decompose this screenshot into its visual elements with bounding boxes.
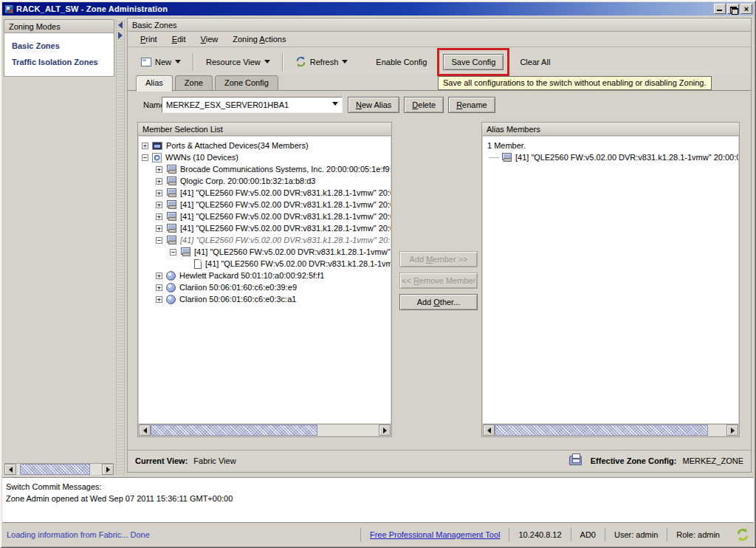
tab-alias[interactable]: Alias xyxy=(136,75,173,92)
toolbar: New Resource View Refresh xyxy=(128,48,751,75)
app-window: RACK_ALT_SW - Zone Administration × Zoni… xyxy=(0,0,756,548)
tree-item-label: [41] "QLE2560 FW:v5.02.00 DVR:v831.k1.28… xyxy=(194,247,391,256)
alias-members-panel: Alias Members 1 Member.[41] "QLE2560 FW:… xyxy=(481,122,740,437)
scroll-left-icon[interactable] xyxy=(483,425,495,436)
tree-item[interactable]: +[41] "QLE2560 FW:v5.02.00 DVR:v831.k1.2… xyxy=(139,187,391,199)
scrollbar-thumb[interactable] xyxy=(495,425,708,436)
menu-zoning-actions[interactable]: Zoning Actions xyxy=(226,32,292,46)
tree-item-label: WWNs (10 Devices) xyxy=(165,153,238,162)
expand-icon[interactable]: + xyxy=(156,166,162,173)
tree-item-label: Clariion 50:06:01:60:c6:e0:39:e9 xyxy=(179,283,297,292)
scroll-right-icon[interactable] xyxy=(102,464,114,475)
current-view-label: Current View: xyxy=(135,456,188,465)
new-button[interactable]: New xyxy=(135,53,187,70)
expand-icon[interactable]: + xyxy=(156,213,162,220)
tree-item[interactable]: +Hewlett Packard 50:01:10:a0:00:92:5f:f1 xyxy=(139,270,391,281)
expand-icon[interactable]: + xyxy=(156,225,162,232)
tree-item-label: Brocade Communications Systems, Inc. 20:… xyxy=(180,165,391,174)
tree-item[interactable]: +[41] "QLE2560 FW:v5.02.00 DVR:v831.k1.2… xyxy=(139,199,391,210)
tree-item-label: [41] "QLE2560 FW:v5.02.00 DVR:v831.k1.28… xyxy=(180,200,391,209)
management-tool-link[interactable]: Free Professional Management Tool xyxy=(370,530,501,539)
expand-icon[interactable]: + xyxy=(156,296,162,303)
tree-item[interactable]: [41] "QLE2560 FW:v5.02.00 DVR:v831.k1.28… xyxy=(139,258,391,270)
sidebar-horizontal-scrollbar[interactable] xyxy=(4,463,114,475)
restore-button[interactable] xyxy=(727,4,739,14)
tree-item[interactable]: +Ports & Attached Devices(34 Members) xyxy=(139,140,391,151)
alias-members-tree: 1 Member.[41] "QLE2560 FW:v5.02.00 DVR:v… xyxy=(483,137,738,423)
tree-item[interactable]: +[41] "QLE2560 FW:v5.02.00 DVR:v831.k1.2… xyxy=(139,222,391,234)
expand-icon[interactable]: + xyxy=(156,202,162,208)
clear-all-button[interactable]: Clear All xyxy=(514,54,556,70)
member-selection-panel: Member Selection List +Ports & Attached … xyxy=(137,122,392,437)
sidebar-header: Zoning Modes xyxy=(4,19,114,33)
resource-view-button[interactable]: Resource View xyxy=(200,53,276,70)
role-label: Role: admin xyxy=(667,528,729,541)
host-icon xyxy=(180,247,190,256)
tree-item[interactable]: −[41] "QLE2560 FW:v5.02.00 DVR:v831.k1.2… xyxy=(139,246,391,258)
tab-zone-config[interactable]: Zone Config xyxy=(215,75,278,91)
delete-button[interactable]: Delete xyxy=(404,97,444,113)
tab-zone[interactable]: Zone xyxy=(175,75,213,91)
expand-icon[interactable]: + xyxy=(156,273,162,279)
new-icon xyxy=(141,58,151,66)
new-alias-button[interactable]: New Alias xyxy=(348,97,399,113)
tree-item[interactable]: +Clariion 50:06:01:60:c6:e0:39:e9 xyxy=(139,281,391,293)
printer-icon[interactable] xyxy=(569,456,582,465)
sidebar-list: Basic ZonesTraffic Isolation Zones xyxy=(4,33,114,77)
tree-item[interactable]: +[41] "QLE2560 FW:v5.02.00 DVR:v831.k1.2… xyxy=(139,210,391,222)
minimize-button[interactable] xyxy=(714,4,726,14)
alias-name-combobox[interactable]: MERKEZ_ESX_SERVER01HBA1 xyxy=(162,97,343,113)
add-other-button[interactable]: Add Other... xyxy=(399,294,478,310)
tree-item[interactable]: −WWNs (10 Devices) xyxy=(139,151,391,163)
alias-member-label: [41] "QLE2560 FW:v5.02.00 DVR:v831.k1.28… xyxy=(515,153,738,162)
panel-splitter[interactable] xyxy=(116,19,125,476)
storage-icon xyxy=(166,295,176,304)
refresh-status-icon[interactable] xyxy=(736,528,749,541)
rename-button[interactable]: Rename xyxy=(448,97,495,113)
sidebar-item-traffic-isolation-zones[interactable]: Traffic Isolation Zones xyxy=(4,54,114,70)
wwns-icon xyxy=(152,153,162,162)
host-icon xyxy=(166,200,176,209)
host-icon xyxy=(166,236,176,244)
tree-item-label: [41] "QLE2560 FW:v5.02.00 DVR:v831.k1.28… xyxy=(180,236,390,244)
chevron-down-icon xyxy=(175,60,181,66)
scroll-right-icon[interactable] xyxy=(379,425,391,436)
collapse-icon[interactable]: − xyxy=(170,249,176,256)
enable-config-button[interactable]: Enable Config xyxy=(370,54,433,70)
member-selection-tree: +Ports & Attached Devices(34 Members)−WW… xyxy=(139,137,391,423)
expand-icon[interactable]: + xyxy=(156,190,162,196)
alias-member-item[interactable]: [41] "QLE2560 FW:v5.02.00 DVR:v831.k1.28… xyxy=(483,151,738,163)
tree-item[interactable]: +Brocade Communications Systems, Inc. 20… xyxy=(139,163,391,175)
collapse-icon[interactable]: − xyxy=(142,154,148,161)
member-list-horizontal-scrollbar[interactable] xyxy=(139,424,391,436)
expand-icon[interactable]: + xyxy=(142,143,148,149)
sidebar-item-basic-zones[interactable]: Basic Zones xyxy=(4,38,114,54)
save-config-button[interactable]: Save Config xyxy=(443,54,504,70)
scroll-left-icon[interactable] xyxy=(139,425,151,436)
refresh-button[interactable]: Refresh xyxy=(289,52,354,71)
user-label: User: admin xyxy=(605,528,667,541)
expand-icon[interactable]: + xyxy=(156,178,162,185)
host-icon xyxy=(166,165,176,174)
scroll-left-icon[interactable] xyxy=(4,464,16,475)
admin-domain: AD0 xyxy=(571,528,605,541)
tree-item[interactable]: +Clariion 50:06:01:60:c6:e0:3c:a1 xyxy=(139,293,391,305)
chevron-down-icon xyxy=(329,102,342,109)
scrollbar-thumb[interactable] xyxy=(151,425,317,436)
close-button[interactable]: × xyxy=(740,4,752,14)
scrollbar-thumb[interactable] xyxy=(20,464,90,475)
menu-edit[interactable]: Edit xyxy=(165,32,193,46)
name-row: Name MERKEZ_ESX_SERVER01HBA1 New AliasDe… xyxy=(128,91,751,119)
collapse-right-icon[interactable] xyxy=(118,32,123,39)
menu-view[interactable]: View xyxy=(194,32,225,46)
collapse-icon[interactable]: − xyxy=(156,237,162,244)
alias-members-horizontal-scrollbar[interactable] xyxy=(483,424,738,436)
collapse-left-icon[interactable] xyxy=(118,21,123,29)
tree-item[interactable]: +Qlogic Corp. 20:00:00:1b:32:1a:b8:d3 xyxy=(139,175,391,187)
tree-item[interactable]: −[41] "QLE2560 FW:v5.02.00 DVR:v831.k1.2… xyxy=(139,234,391,246)
expand-icon[interactable]: + xyxy=(156,284,162,291)
zoning-modes-sidebar: Zoning Modes Basic ZonesTraffic Isolatio… xyxy=(4,19,114,476)
tab-bar: AliasZoneZone Config xyxy=(128,75,281,91)
scroll-right-icon[interactable] xyxy=(726,425,738,436)
menu-print[interactable]: Print xyxy=(134,32,164,46)
